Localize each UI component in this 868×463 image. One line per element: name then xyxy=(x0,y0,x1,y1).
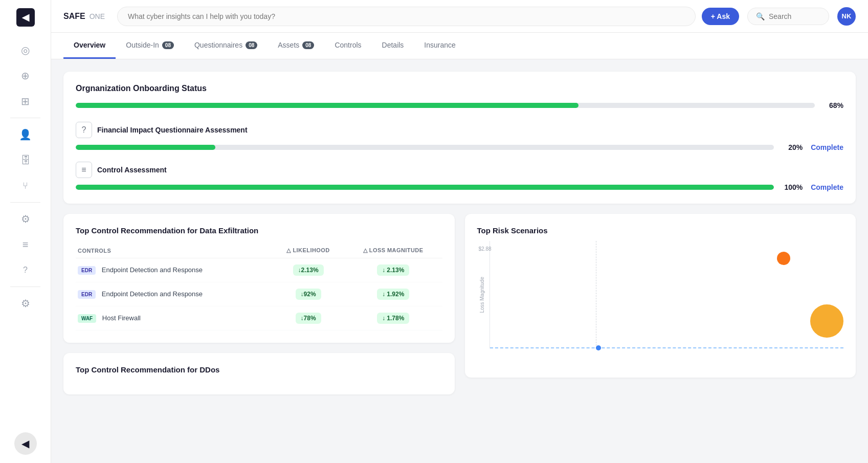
tab-badge-outside-in: 08 xyxy=(162,41,174,49)
control-pct: 100% xyxy=(782,183,803,191)
tab-badge-assets: 08 xyxy=(302,41,314,49)
cards-area: Orgnanization Onboarding Status 68% ? Fi… xyxy=(51,59,868,407)
loss-badge-2: ↓ 1.92% xyxy=(377,289,409,300)
search-input[interactable] xyxy=(769,12,820,20)
col-controls-header: CONTROLS xyxy=(76,243,272,258)
control-header: ≡ Control Assessment xyxy=(76,162,843,178)
onboarding-progress-bar xyxy=(76,103,815,108)
server-icon[interactable]: 🗄 xyxy=(14,149,37,171)
divider-3 xyxy=(10,286,40,287)
ask-button[interactable]: + Ask xyxy=(702,8,739,25)
gear-icon[interactable]: ⚙ xyxy=(14,208,37,230)
ai-search-area: + Ask xyxy=(117,7,739,26)
left-col: Top Control Recommendation for Data Exfi… xyxy=(63,214,455,394)
financial-icon: ? xyxy=(76,122,92,138)
control-title: Control Assessment xyxy=(97,166,167,174)
onboarding-card: Orgnanization Onboarding Status 68% ? Fi… xyxy=(63,72,856,204)
settings-icon[interactable]: ⚙ xyxy=(14,292,37,315)
row-3-loss: ↓ 1.78% xyxy=(344,306,442,330)
row-3-name: WAF Host Firewall xyxy=(76,306,272,330)
row-2-likelihood: ↓92% xyxy=(272,282,344,306)
amber-dot xyxy=(810,304,843,338)
control-icon: ≡ xyxy=(76,162,92,178)
top-controls-card: Top Control Recommendation for Data Exfi… xyxy=(63,214,455,343)
onboarding-progress-row: 68% xyxy=(76,101,843,109)
tab-assets[interactable]: Assets 08 xyxy=(268,33,324,59)
x-axis-line xyxy=(490,347,844,348)
list-icon[interactable]: ≡ xyxy=(14,233,37,256)
control-complete-link[interactable]: Complete xyxy=(811,183,843,191)
app-suffix: ONE xyxy=(90,12,105,20)
risk-title: Top Risk Scenarios xyxy=(477,226,844,235)
financial-header: ? Financial Impact Questionnaire Assessm… xyxy=(76,122,843,138)
radar-icon[interactable]: ◎ xyxy=(14,39,37,61)
waf-tag: WAF xyxy=(78,314,96,323)
search-box: 🔍 xyxy=(747,8,829,25)
tab-badge-questionnaires: 08 xyxy=(246,41,257,49)
tab-overview[interactable]: Overview xyxy=(63,33,116,59)
likelihood-badge-1: ↓2.13% xyxy=(293,264,324,276)
x-axis-dot xyxy=(596,345,601,350)
onboarding-fill xyxy=(76,103,578,108)
likelihood-badge-2: ↓92% xyxy=(296,289,321,300)
ai-input[interactable] xyxy=(117,7,696,26)
tab-insurance[interactable]: Insurance xyxy=(414,33,465,59)
likelihood-badge-3: ↓78% xyxy=(296,313,321,324)
financial-bar xyxy=(76,145,774,150)
sidebar-bottom: ◀ xyxy=(14,432,37,455)
row-2-name: EDR Endpoint Detection and Response xyxy=(76,282,272,306)
orange-dot xyxy=(777,252,790,265)
target-icon[interactable]: ⊕ xyxy=(14,64,37,87)
financial-progress-row: 20% Complete xyxy=(76,143,843,151)
back-icon[interactable]: ◀ xyxy=(14,432,37,455)
onboarding-title: Orgnanization Onboarding Status xyxy=(76,84,843,93)
top-ddos-card: Top Control Recommendation for DDos xyxy=(63,353,455,394)
divider-2 xyxy=(10,202,40,203)
logo-text-area: SAFE ONE xyxy=(63,12,105,21)
person-icon[interactable]: 👤 xyxy=(14,123,37,146)
financial-pct: 20% xyxy=(782,143,803,151)
row-3-likelihood: ↓78% xyxy=(272,306,344,330)
divider-1 xyxy=(10,118,40,118)
bottom-cols: Top Control Recommendation for Data Exfi… xyxy=(63,214,856,394)
tab-questionnaires[interactable]: Questionnaires 08 xyxy=(184,33,268,59)
logo: ◀ xyxy=(10,8,41,27)
control-fill xyxy=(76,185,774,190)
y-axis-label: Loss Magnitude xyxy=(479,277,485,313)
table-row: EDR Endpoint Detection and Response ↓92%… xyxy=(76,282,442,306)
tab-details[interactable]: Details xyxy=(372,33,414,59)
tab-controls[interactable]: Controls xyxy=(324,33,371,59)
row-1-loss: ↓ 2.13% xyxy=(344,258,442,282)
right-col: Top Risk Scenarios Loss Magnitude $2.88 xyxy=(465,214,856,394)
control-assessment: ≡ Control Assessment 100% Complete xyxy=(76,162,843,191)
nodes-icon[interactable]: ⑂ xyxy=(14,174,37,197)
table-row: WAF Host Firewall ↓78% ↓ 1.78% xyxy=(76,306,442,330)
topbar: SAFE ONE + Ask 🔍 NK xyxy=(51,0,868,33)
chart-container: Loss Magnitude $2.88 xyxy=(477,241,844,364)
y-axis-area: Loss Magnitude xyxy=(477,241,487,348)
financial-fill xyxy=(76,145,215,150)
financial-complete-link[interactable]: Complete xyxy=(811,143,843,151)
search-icon: 🔍 xyxy=(756,12,765,20)
chart-dashed-line xyxy=(596,241,596,348)
chart-area: $2.88 xyxy=(489,241,844,348)
edr-tag-1: EDR xyxy=(78,266,96,275)
onboarding-percent: 68% xyxy=(823,101,843,109)
loss-badge-1: ↓ 2.13% xyxy=(377,264,409,276)
top-ddos-title: Top Control Recommendation for DDos xyxy=(76,365,442,374)
content-area: Orgnanization Onboarding Status 68% ? Fi… xyxy=(51,59,868,463)
table-row: EDR Endpoint Detection and Response ↓2.1… xyxy=(76,258,442,282)
tab-outside-in[interactable]: Outside-In 08 xyxy=(116,33,184,59)
control-bar xyxy=(76,185,774,190)
controls-table: CONTROLS △ LIKELIHOOD △ LOSS MAGNITUDE E… xyxy=(76,243,442,330)
help-icon[interactable]: ? xyxy=(14,259,37,281)
axis-value: $2.88 xyxy=(479,246,492,252)
main-panel: SAFE ONE + Ask 🔍 NK Overview Outside-In … xyxy=(51,0,868,463)
top-risk-card: Top Risk Scenarios Loss Magnitude $2.88 xyxy=(465,214,856,378)
layers-icon[interactable]: ⊞ xyxy=(14,90,37,113)
row-2-loss: ↓ 1.92% xyxy=(344,282,442,306)
logo-icon: ◀ xyxy=(16,8,35,27)
app-name: SAFE xyxy=(63,12,85,21)
edr-tag-2: EDR xyxy=(78,290,96,299)
col-likelihood-header: △ LIKELIHOOD xyxy=(272,243,344,258)
